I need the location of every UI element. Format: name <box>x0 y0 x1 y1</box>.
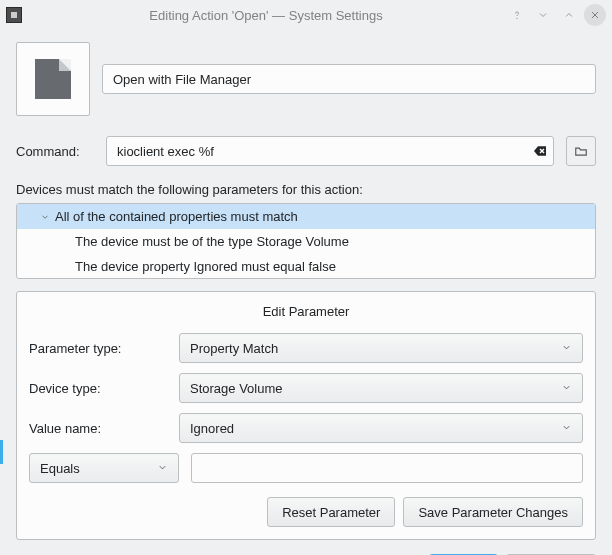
conditions-tree[interactable]: All of the contained properties must mat… <box>16 203 596 279</box>
chevron-down-icon <box>561 341 572 356</box>
chevron-down-icon[interactable] <box>37 212 53 222</box>
tree-child-row[interactable]: The device must be of the type Storage V… <box>17 229 595 254</box>
device-type-value: Storage Volume <box>190 381 283 396</box>
focus-accent <box>0 440 3 464</box>
maximize-button[interactable] <box>558 4 580 26</box>
reset-parameter-button[interactable]: Reset Parameter <box>267 497 395 527</box>
chevron-down-icon <box>561 381 572 396</box>
close-button[interactable] <box>584 4 606 26</box>
match-description: Devices must match the following paramet… <box>16 182 596 197</box>
device-type-label: Device type: <box>29 381 179 396</box>
parameter-type-select[interactable]: Property Match <box>179 333 583 363</box>
operator-value: Equals <box>40 461 80 476</box>
parameter-type-label: Parameter type: <box>29 341 179 356</box>
chevron-down-icon <box>157 461 168 476</box>
chevron-down-icon <box>561 421 572 436</box>
clear-icon[interactable] <box>532 143 548 159</box>
edit-parameter-title: Edit Parameter <box>29 304 583 319</box>
browse-button[interactable] <box>566 136 596 166</box>
action-icon-well[interactable] <box>16 42 90 116</box>
tree-child-label: The device must be of the type Storage V… <box>75 234 349 249</box>
minimize-button[interactable] <box>532 4 554 26</box>
tree-child-row[interactable]: The device property Ignored must equal f… <box>17 254 595 279</box>
command-input[interactable] <box>106 136 554 166</box>
value-input[interactable] <box>191 453 583 483</box>
edit-parameter-group: Edit Parameter Parameter type: Property … <box>16 291 596 540</box>
tree-root-row[interactable]: All of the contained properties must mat… <box>17 204 595 229</box>
value-name-value: Ignored <box>190 421 234 436</box>
device-type-select[interactable]: Storage Volume <box>179 373 583 403</box>
tree-child-label: The device property Ignored must equal f… <box>75 259 336 274</box>
save-parameter-button[interactable]: Save Parameter Changes <box>403 497 583 527</box>
value-name-select[interactable]: Ignored <box>179 413 583 443</box>
titlebar: Editing Action 'Open' — System Settings <box>0 0 612 30</box>
parameter-type-value: Property Match <box>190 341 278 356</box>
operator-select[interactable]: Equals <box>29 453 179 483</box>
help-button[interactable] <box>506 4 528 26</box>
tree-root-label: All of the contained properties must mat… <box>55 209 298 224</box>
app-icon <box>6 7 22 23</box>
value-name-label: Value name: <box>29 421 179 436</box>
action-name-input[interactable] <box>102 64 596 94</box>
command-label: Command: <box>16 144 94 159</box>
window-title: Editing Action 'Open' — System Settings <box>30 8 502 23</box>
document-icon <box>35 59 71 99</box>
svg-point-0 <box>517 18 518 19</box>
